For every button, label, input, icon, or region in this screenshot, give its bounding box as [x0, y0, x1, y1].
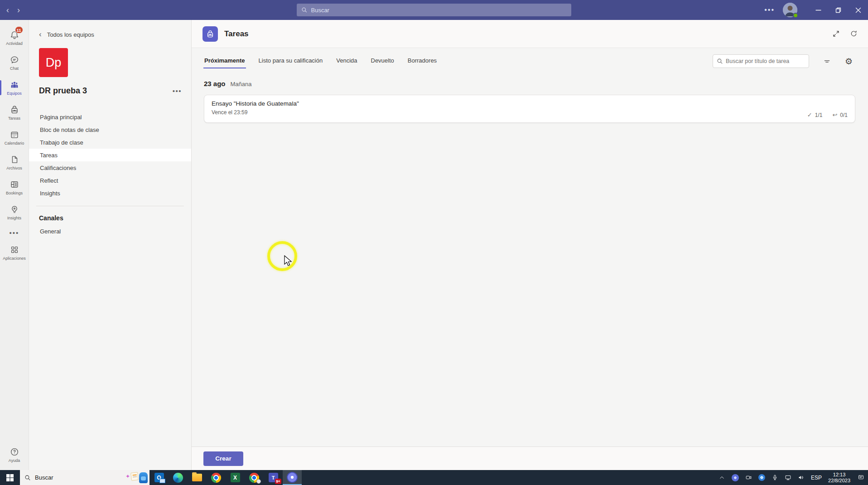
sidebar-item-reflect[interactable]: Reflect: [29, 174, 191, 187]
tab-listo-para-calificacion[interactable]: Listo para su calificación: [258, 54, 324, 68]
tray-sync-icon[interactable]: [758, 474, 765, 481]
assignment-group-header: 23 ago Mañana: [204, 80, 868, 87]
rail-label: Insights: [7, 216, 21, 220]
team-name: DR prueba 3: [39, 86, 87, 96]
refresh-icon[interactable]: [849, 29, 858, 38]
app-rail: Actividad 11 Chat Equipos Tareas Calenda…: [0, 20, 29, 470]
taskbar-file-explorer-icon[interactable]: [188, 470, 207, 485]
rail-label: Calendario: [5, 141, 24, 146]
tab-borradores[interactable]: Borradores: [407, 54, 438, 68]
action-center-icon[interactable]: [858, 474, 864, 481]
rail-item-actividad[interactable]: Actividad 11: [0, 25, 29, 50]
teams-notification-badge: 9+: [275, 479, 281, 484]
activity-badge: 11: [15, 26, 23, 34]
team-more-options-icon[interactable]: •••: [173, 87, 182, 95]
taskbar-chrome-profile-icon[interactable]: [245, 470, 264, 485]
rail-item-archivos[interactable]: Archivos: [0, 150, 29, 175]
rail-item-equipos[interactable]: Equipos: [0, 75, 29, 100]
group-label: Mañana: [231, 81, 252, 87]
taskbar-search[interactable]: ✦: [20, 470, 149, 485]
taskbar-outlook-icon[interactable]: O: [149, 470, 169, 485]
team-sidebar: ‹ Todos los equipos Dp DR prueba 3 ••• P…: [29, 20, 192, 470]
rail-item-insights[interactable]: Insights: [0, 200, 29, 225]
assignment-search-input[interactable]: [726, 58, 805, 64]
rail-label: Aplicaciones: [3, 256, 26, 261]
back-label: Todos los equipos: [47, 31, 94, 38]
taskbar-clock[interactable]: 12:13 22/8/2023: [828, 472, 850, 484]
tray-expand-icon[interactable]: [719, 474, 725, 481]
sidebar-item-tareas[interactable]: Tareas: [29, 149, 191, 161]
team-nav: Página principal Bloc de notas de clase …: [29, 111, 191, 238]
rail-item-chat[interactable]: Chat: [0, 50, 29, 75]
filter-icon[interactable]: [823, 57, 831, 66]
page-title: Tareas: [224, 29, 249, 39]
assignment-card[interactable]: Ensayo "Historia de Guatemala" Vence el …: [204, 95, 855, 123]
windows-taskbar: ✦ O X T 9+ ESP 12:13 22/8/2023: [0, 470, 868, 485]
restore-button[interactable]: [828, 0, 848, 20]
tray-app-icon[interactable]: [732, 474, 739, 481]
back-icon[interactable]: ‹: [6, 5, 9, 15]
global-search[interactable]: [297, 4, 571, 16]
start-button[interactable]: [0, 470, 20, 485]
channel-general[interactable]: General: [29, 224, 191, 238]
search-icon: [717, 58, 723, 64]
rail-item-tareas[interactable]: Tareas: [0, 100, 29, 125]
assignment-title: Ensayo "Historia de Guatemala": [212, 100, 848, 107]
rail-item-bookings[interactable]: Bookings: [0, 175, 29, 200]
create-button[interactable]: Crear: [203, 451, 243, 466]
taskbar-excel-icon[interactable]: X: [226, 470, 245, 485]
rail-label: Ayuda: [9, 458, 20, 463]
returned-stat: ↩0/1: [832, 112, 848, 118]
back-to-all-teams[interactable]: ‹ Todos los equipos: [29, 20, 191, 39]
rail-item-calendario[interactable]: Calendario: [0, 125, 29, 150]
user-avatar[interactable]: [783, 3, 797, 17]
sidebar-item-bloc-de-notas[interactable]: Bloc de notas de clase: [29, 123, 191, 136]
mouse-cursor: [284, 255, 294, 267]
assignment-search[interactable]: [713, 54, 809, 68]
taskbar-edge-icon[interactable]: [169, 470, 188, 485]
sidebar-item-insights[interactable]: Insights: [29, 187, 191, 199]
rail-item-ayuda[interactable]: Ayuda: [0, 442, 29, 467]
backpack-icon: [10, 105, 19, 115]
sidebar-item-pagina-principal[interactable]: Página principal: [29, 111, 191, 123]
rail-label: Archivos: [6, 166, 22, 170]
expand-icon[interactable]: [832, 29, 840, 38]
calendar-icon: [10, 130, 19, 140]
taskbar-search-input[interactable]: [35, 474, 98, 481]
sidebar-item-calificaciones[interactable]: Calificaciones: [29, 161, 191, 174]
network-icon[interactable]: [785, 474, 791, 481]
microphone-icon[interactable]: [772, 474, 778, 481]
tab-devuelto[interactable]: Devuelto: [370, 54, 395, 68]
status-available-dot: [793, 13, 798, 18]
chevron-left-icon: ‹: [39, 30, 42, 39]
clock-date: 22/8/2023: [828, 478, 850, 484]
team-avatar[interactable]: Dp: [39, 48, 68, 77]
camera-icon[interactable]: [745, 474, 752, 481]
taskbar-teams-icon[interactable]: T 9+: [264, 470, 283, 485]
language-indicator[interactable]: ESP: [811, 475, 822, 481]
rail-label: Bookings: [6, 191, 23, 195]
rail-item-aplicaciones[interactable]: Aplicaciones: [0, 240, 29, 265]
settings-gear-icon[interactable]: ⚙: [845, 57, 853, 66]
minimize-button[interactable]: [808, 0, 828, 20]
taskbar-active-app-icon[interactable]: [283, 470, 302, 485]
app-header: Tareas: [192, 20, 868, 48]
rail-label: Equipos: [7, 91, 22, 96]
title-bar: ‹ › •••: [0, 0, 868, 20]
global-search-input[interactable]: [311, 7, 567, 14]
taskbar-chrome-icon[interactable]: [207, 470, 226, 485]
tab-vencida[interactable]: Vencida: [335, 54, 358, 68]
forward-icon[interactable]: ›: [17, 5, 20, 15]
close-button[interactable]: [848, 0, 868, 20]
apps-icon: [10, 245, 19, 255]
more-options-icon[interactable]: •••: [764, 6, 775, 14]
volume-icon[interactable]: [798, 474, 805, 481]
rail-more-icon[interactable]: •••: [10, 225, 19, 240]
channels-header: Canales: [29, 206, 191, 222]
tab-proximamente[interactable]: Próximamente: [203, 54, 246, 68]
check-icon: ✓: [807, 112, 812, 118]
clock-time: 12:13: [828, 472, 850, 478]
footer-bar: Crear: [192, 446, 868, 470]
search-icon: [301, 7, 307, 13]
sidebar-item-trabajo-de-clase[interactable]: Trabajo de clase: [29, 136, 191, 149]
